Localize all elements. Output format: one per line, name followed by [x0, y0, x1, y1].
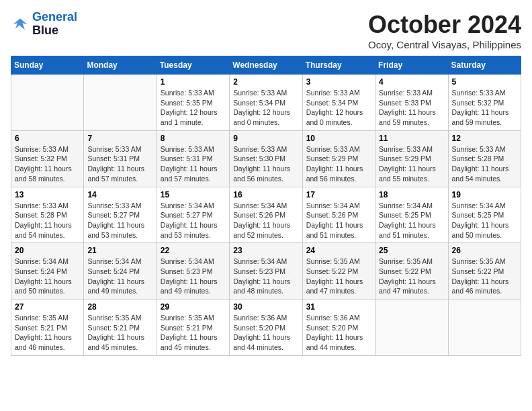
day-info: Sunrise: 5:34 AM Sunset: 5:27 PM Dayligh… [161, 201, 226, 240]
day-number: 4 [379, 77, 444, 87]
calendar-week-row: 1Sunrise: 5:33 AM Sunset: 5:35 PM Daylig… [11, 75, 521, 131]
calendar-cell: 24Sunrise: 5:35 AM Sunset: 5:22 PM Dayli… [302, 243, 375, 300]
day-number: 11 [379, 134, 444, 143]
calendar-cell: 5Sunrise: 5:33 AM Sunset: 5:32 PM Daylig… [448, 75, 521, 131]
calendar-week-row: 27Sunrise: 5:35 AM Sunset: 5:21 PM Dayli… [11, 300, 521, 356]
calendar-cell [84, 75, 157, 131]
calendar-header-row: SundayMondayTuesdayWednesdayThursdayFrid… [11, 56, 521, 75]
day-of-week-header: Friday [375, 56, 448, 75]
calendar-cell: 12Sunrise: 5:33 AM Sunset: 5:28 PM Dayli… [448, 130, 521, 187]
day-of-week-header: Saturday [448, 56, 521, 75]
day-info: Sunrise: 5:33 AM Sunset: 5:32 PM Dayligh… [452, 88, 517, 128]
day-info: Sunrise: 5:33 AM Sunset: 5:31 PM Dayligh… [87, 144, 152, 184]
day-number: 17 [306, 190, 371, 199]
day-info: Sunrise: 5:33 AM Sunset: 5:28 PM Dayligh… [452, 144, 517, 184]
day-number: 12 [452, 134, 517, 143]
logo: GeneralBlue [11, 11, 77, 38]
day-number: 28 [87, 302, 152, 312]
calendar-cell [448, 300, 521, 356]
day-of-week-header: Sunday [11, 56, 84, 75]
day-info: Sunrise: 5:35 AM Sunset: 5:21 PM Dayligh… [87, 313, 152, 353]
day-number: 31 [306, 302, 371, 312]
day-number: 8 [161, 134, 226, 143]
svg-marker-0 [13, 18, 28, 30]
day-of-week-header: Wednesday [230, 56, 302, 75]
day-number: 25 [379, 246, 444, 255]
day-info: Sunrise: 5:33 AM Sunset: 5:34 PM Dayligh… [233, 88, 298, 128]
day-number: 22 [161, 246, 226, 255]
day-number: 2 [233, 77, 298, 87]
day-info: Sunrise: 5:33 AM Sunset: 5:31 PM Dayligh… [161, 144, 226, 184]
calendar-cell: 10Sunrise: 5:33 AM Sunset: 5:29 PM Dayli… [302, 130, 375, 187]
logo-text: GeneralBlue [32, 11, 77, 38]
day-number: 9 [233, 134, 298, 143]
calendar-cell: 16Sunrise: 5:34 AM Sunset: 5:26 PM Dayli… [230, 187, 302, 243]
day-info: Sunrise: 5:34 AM Sunset: 5:24 PM Dayligh… [87, 257, 152, 296]
calendar-cell: 3Sunrise: 5:33 AM Sunset: 5:34 PM Daylig… [302, 75, 375, 131]
calendar-cell: 8Sunrise: 5:33 AM Sunset: 5:31 PM Daylig… [157, 130, 229, 187]
calendar-cell: 28Sunrise: 5:35 AM Sunset: 5:21 PM Dayli… [84, 300, 157, 356]
day-info: Sunrise: 5:34 AM Sunset: 5:24 PM Dayligh… [15, 257, 80, 296]
day-info: Sunrise: 5:33 AM Sunset: 5:34 PM Dayligh… [306, 88, 371, 128]
day-info: Sunrise: 5:34 AM Sunset: 5:25 PM Dayligh… [379, 201, 444, 240]
calendar-cell: 19Sunrise: 5:34 AM Sunset: 5:25 PM Dayli… [448, 187, 521, 243]
day-number: 26 [452, 246, 517, 255]
day-info: Sunrise: 5:33 AM Sunset: 5:29 PM Dayligh… [379, 144, 444, 184]
day-number: 21 [87, 246, 152, 255]
day-number: 29 [161, 302, 226, 312]
calendar-cell: 27Sunrise: 5:35 AM Sunset: 5:21 PM Dayli… [11, 300, 84, 356]
calendar-cell [375, 300, 448, 356]
day-number: 30 [233, 302, 298, 312]
calendar-cell: 17Sunrise: 5:34 AM Sunset: 5:26 PM Dayli… [302, 187, 375, 243]
calendar-cell: 25Sunrise: 5:35 AM Sunset: 5:22 PM Dayli… [375, 243, 448, 300]
day-info: Sunrise: 5:35 AM Sunset: 5:21 PM Dayligh… [161, 313, 226, 353]
month-year-title: October 2024 [368, 11, 521, 39]
day-info: Sunrise: 5:35 AM Sunset: 5:22 PM Dayligh… [306, 257, 371, 296]
day-info: Sunrise: 5:34 AM Sunset: 5:25 PM Dayligh… [452, 201, 517, 240]
calendar-week-row: 20Sunrise: 5:34 AM Sunset: 5:24 PM Dayli… [11, 243, 521, 300]
calendar-cell: 2Sunrise: 5:33 AM Sunset: 5:34 PM Daylig… [230, 75, 302, 131]
calendar-cell: 7Sunrise: 5:33 AM Sunset: 5:31 PM Daylig… [84, 130, 157, 187]
calendar-cell [11, 75, 84, 131]
day-number: 1 [161, 77, 226, 87]
calendar-week-row: 13Sunrise: 5:33 AM Sunset: 5:28 PM Dayli… [11, 187, 521, 243]
calendar-week-row: 6Sunrise: 5:33 AM Sunset: 5:32 PM Daylig… [11, 130, 521, 187]
day-number: 16 [233, 190, 298, 199]
calendar-cell: 9Sunrise: 5:33 AM Sunset: 5:30 PM Daylig… [230, 130, 302, 187]
day-number: 20 [15, 246, 80, 255]
calendar-cell: 1Sunrise: 5:33 AM Sunset: 5:35 PM Daylig… [157, 75, 229, 131]
day-info: Sunrise: 5:35 AM Sunset: 5:22 PM Dayligh… [452, 257, 517, 296]
day-info: Sunrise: 5:33 AM Sunset: 5:29 PM Dayligh… [306, 144, 371, 184]
day-number: 3 [306, 77, 371, 87]
title-section: October 2024 Ocoy, Central Visayas, Phil… [368, 11, 521, 50]
day-of-week-header: Tuesday [157, 56, 229, 75]
calendar-cell: 26Sunrise: 5:35 AM Sunset: 5:22 PM Dayli… [448, 243, 521, 300]
day-number: 18 [379, 190, 444, 199]
day-number: 14 [87, 190, 152, 199]
day-info: Sunrise: 5:34 AM Sunset: 5:23 PM Dayligh… [161, 257, 226, 296]
day-of-week-header: Monday [84, 56, 157, 75]
day-number: 27 [15, 302, 80, 312]
calendar-cell: 31Sunrise: 5:36 AM Sunset: 5:20 PM Dayli… [302, 300, 375, 356]
day-info: Sunrise: 5:33 AM Sunset: 5:30 PM Dayligh… [233, 144, 298, 184]
day-number: 7 [87, 134, 152, 143]
day-info: Sunrise: 5:36 AM Sunset: 5:20 PM Dayligh… [233, 313, 298, 353]
day-info: Sunrise: 5:34 AM Sunset: 5:26 PM Dayligh… [233, 201, 298, 240]
calendar-cell: 22Sunrise: 5:34 AM Sunset: 5:23 PM Dayli… [157, 243, 229, 300]
calendar-cell: 23Sunrise: 5:34 AM Sunset: 5:23 PM Dayli… [230, 243, 302, 300]
calendar-cell: 29Sunrise: 5:35 AM Sunset: 5:21 PM Dayli… [157, 300, 229, 356]
calendar-cell: 30Sunrise: 5:36 AM Sunset: 5:20 PM Dayli… [230, 300, 302, 356]
day-info: Sunrise: 5:36 AM Sunset: 5:20 PM Dayligh… [306, 313, 371, 353]
calendar-cell: 13Sunrise: 5:33 AM Sunset: 5:28 PM Dayli… [11, 187, 84, 243]
day-number: 10 [306, 134, 371, 143]
day-number: 15 [161, 190, 226, 199]
day-info: Sunrise: 5:35 AM Sunset: 5:21 PM Dayligh… [15, 313, 80, 353]
day-info: Sunrise: 5:33 AM Sunset: 5:28 PM Dayligh… [15, 201, 80, 240]
day-info: Sunrise: 5:33 AM Sunset: 5:27 PM Dayligh… [87, 201, 152, 240]
day-number: 23 [233, 246, 298, 255]
day-number: 24 [306, 246, 371, 255]
day-info: Sunrise: 5:35 AM Sunset: 5:22 PM Dayligh… [379, 257, 444, 296]
day-of-week-header: Thursday [302, 56, 375, 75]
day-info: Sunrise: 5:34 AM Sunset: 5:26 PM Dayligh… [306, 201, 371, 240]
calendar-cell: 4Sunrise: 5:33 AM Sunset: 5:33 PM Daylig… [375, 75, 448, 131]
